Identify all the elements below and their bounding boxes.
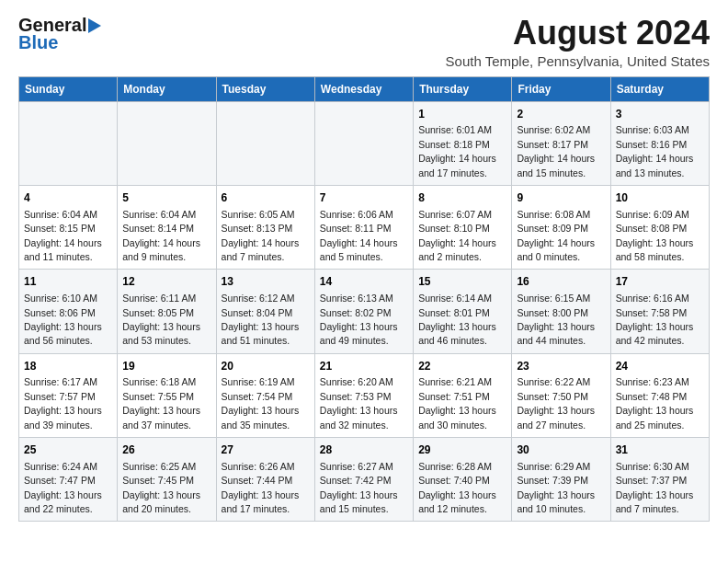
- logo-arrow-icon: [88, 18, 101, 33]
- day-number: 28: [320, 442, 408, 458]
- calendar-cell: 21Sunrise: 6:20 AMSunset: 7:53 PMDayligh…: [314, 353, 413, 437]
- calendar-cell: 14Sunrise: 6:13 AMSunset: 8:02 PMDayligh…: [314, 270, 413, 353]
- day-info: Sunrise: 6:29 AMSunset: 7:39 PMDaylight:…: [517, 461, 595, 514]
- day-number: 31: [616, 442, 704, 458]
- calendar-cell: 6Sunrise: 6:05 AMSunset: 8:13 PMDaylight…: [216, 185, 314, 269]
- day-info: Sunrise: 6:16 AMSunset: 7:58 PMDaylight:…: [616, 293, 694, 346]
- day-number: 24: [616, 359, 704, 374]
- day-info: Sunrise: 6:20 AMSunset: 7:53 PMDaylight:…: [320, 376, 398, 430]
- day-number: 12: [122, 274, 210, 290]
- calendar-cell: 5Sunrise: 6:04 AMSunset: 8:14 PMDaylight…: [118, 185, 216, 269]
- page-title: August 2024: [446, 15, 710, 52]
- day-info: Sunrise: 6:08 AMSunset: 8:09 PMDaylight:…: [517, 209, 595, 262]
- calendar-cell: 26Sunrise: 6:25 AMSunset: 7:45 PMDayligh…: [118, 438, 216, 522]
- day-info: Sunrise: 6:03 AMSunset: 8:16 PMDaylight:…: [616, 124, 694, 178]
- calendar-cell: 11Sunrise: 6:10 AMSunset: 8:06 PMDayligh…: [19, 270, 118, 353]
- calendar-cell: 30Sunrise: 6:29 AMSunset: 7:39 PMDayligh…: [512, 438, 610, 522]
- day-number: 17: [616, 274, 704, 290]
- day-info: Sunrise: 6:05 AMSunset: 8:13 PMDaylight:…: [222, 209, 300, 262]
- day-number: 21: [320, 359, 408, 374]
- day-number: 15: [418, 274, 506, 290]
- calendar-cell: 20Sunrise: 6:19 AMSunset: 7:54 PMDayligh…: [216, 353, 314, 437]
- day-info: Sunrise: 6:18 AMSunset: 7:55 PMDaylight:…: [122, 376, 200, 430]
- day-of-week-header: Saturday: [610, 76, 709, 101]
- calendar-cell: 15Sunrise: 6:14 AMSunset: 8:01 PMDayligh…: [414, 270, 512, 353]
- calendar-week-row: 18Sunrise: 6:17 AMSunset: 7:57 PMDayligh…: [19, 353, 710, 437]
- calendar-table: SundayMondayTuesdayWednesdayThursdayFrid…: [18, 76, 710, 523]
- calendar-cell: 12Sunrise: 6:11 AMSunset: 8:05 PMDayligh…: [118, 270, 216, 353]
- day-number: 25: [24, 442, 112, 458]
- calendar-cell: 25Sunrise: 6:24 AMSunset: 7:47 PMDayligh…: [19, 438, 118, 522]
- calendar-cell: 13Sunrise: 6:12 AMSunset: 8:04 PMDayligh…: [216, 270, 314, 353]
- day-info: Sunrise: 6:30 AMSunset: 7:37 PMDaylight:…: [616, 461, 694, 514]
- day-info: Sunrise: 6:11 AMSunset: 8:05 PMDaylight:…: [122, 293, 200, 346]
- calendar-cell: 8Sunrise: 6:07 AMSunset: 8:10 PMDaylight…: [414, 185, 512, 269]
- logo: General Blue: [18, 15, 101, 53]
- day-info: Sunrise: 6:17 AMSunset: 7:57 PMDaylight:…: [24, 376, 102, 430]
- title-block: August 2024 South Temple, Pennsylvania, …: [446, 15, 710, 69]
- calendar-cell: [19, 101, 118, 185]
- calendar-week-row: 1Sunrise: 6:01 AMSunset: 8:18 PMDaylight…: [19, 101, 710, 185]
- day-number: 5: [122, 190, 210, 206]
- day-number: 8: [418, 190, 506, 206]
- day-number: 11: [24, 274, 112, 290]
- day-info: Sunrise: 6:01 AMSunset: 8:18 PMDaylight:…: [418, 124, 496, 178]
- day-number: 29: [418, 442, 506, 458]
- day-number: 26: [122, 442, 210, 458]
- calendar-cell: [118, 101, 216, 185]
- logo-blue: Blue: [18, 32, 58, 53]
- calendar-cell: 4Sunrise: 6:04 AMSunset: 8:15 PMDaylight…: [19, 185, 118, 269]
- calendar-cell: [216, 101, 314, 185]
- calendar-week-row: 25Sunrise: 6:24 AMSunset: 7:47 PMDayligh…: [19, 438, 710, 522]
- calendar-cell: 31Sunrise: 6:30 AMSunset: 7:37 PMDayligh…: [610, 438, 709, 522]
- day-number: 1: [418, 107, 506, 122]
- day-info: Sunrise: 6:10 AMSunset: 8:06 PMDaylight:…: [24, 293, 102, 346]
- day-info: Sunrise: 6:19 AMSunset: 7:54 PMDaylight:…: [222, 376, 300, 430]
- page-header: General Blue August 2024 South Temple, P…: [18, 15, 710, 69]
- calendar-cell: [314, 101, 413, 185]
- day-number: 16: [517, 274, 605, 290]
- day-info: Sunrise: 6:22 AMSunset: 7:50 PMDaylight:…: [517, 376, 595, 430]
- day-number: 27: [222, 442, 310, 458]
- day-info: Sunrise: 6:02 AMSunset: 8:17 PMDaylight:…: [517, 124, 595, 178]
- day-info: Sunrise: 6:13 AMSunset: 8:02 PMDaylight:…: [320, 293, 398, 346]
- day-info: Sunrise: 6:26 AMSunset: 7:44 PMDaylight:…: [222, 461, 300, 514]
- calendar-cell: 27Sunrise: 6:26 AMSunset: 7:44 PMDayligh…: [216, 438, 314, 522]
- day-info: Sunrise: 6:07 AMSunset: 8:10 PMDaylight:…: [418, 209, 496, 262]
- day-info: Sunrise: 6:24 AMSunset: 7:47 PMDaylight:…: [24, 461, 102, 514]
- day-of-week-header: Friday: [512, 76, 610, 101]
- day-number: 14: [320, 274, 408, 290]
- calendar-cell: 2Sunrise: 6:02 AMSunset: 8:17 PMDaylight…: [512, 101, 610, 185]
- day-info: Sunrise: 6:14 AMSunset: 8:01 PMDaylight:…: [418, 293, 496, 346]
- calendar-cell: 29Sunrise: 6:28 AMSunset: 7:40 PMDayligh…: [414, 438, 512, 522]
- calendar-header-row: SundayMondayTuesdayWednesdayThursdayFrid…: [19, 76, 710, 101]
- day-number: 6: [222, 190, 310, 206]
- day-info: Sunrise: 6:06 AMSunset: 8:11 PMDaylight:…: [320, 209, 398, 262]
- calendar-week-row: 4Sunrise: 6:04 AMSunset: 8:15 PMDaylight…: [19, 185, 710, 269]
- day-number: 20: [222, 359, 310, 374]
- day-number: 3: [616, 107, 704, 122]
- calendar-cell: 17Sunrise: 6:16 AMSunset: 7:58 PMDayligh…: [610, 270, 709, 353]
- calendar-cell: 3Sunrise: 6:03 AMSunset: 8:16 PMDaylight…: [610, 101, 709, 185]
- day-number: 13: [222, 274, 310, 290]
- day-number: 22: [418, 359, 506, 374]
- day-info: Sunrise: 6:21 AMSunset: 7:51 PMDaylight:…: [418, 376, 496, 430]
- page-subtitle: South Temple, Pennsylvania, United State…: [446, 53, 710, 69]
- day-of-week-header: Tuesday: [216, 76, 314, 101]
- day-number: 2: [517, 107, 605, 122]
- day-info: Sunrise: 6:09 AMSunset: 8:08 PMDaylight:…: [616, 209, 694, 262]
- calendar-cell: 16Sunrise: 6:15 AMSunset: 8:00 PMDayligh…: [512, 270, 610, 353]
- day-info: Sunrise: 6:28 AMSunset: 7:40 PMDaylight:…: [418, 461, 496, 514]
- day-info: Sunrise: 6:12 AMSunset: 8:04 PMDaylight:…: [222, 293, 300, 346]
- day-of-week-header: Sunday: [19, 76, 118, 101]
- day-info: Sunrise: 6:15 AMSunset: 8:00 PMDaylight:…: [517, 293, 595, 346]
- day-of-week-header: Thursday: [414, 76, 512, 101]
- day-number: 30: [517, 442, 605, 458]
- day-of-week-header: Wednesday: [314, 76, 413, 101]
- calendar-cell: 1Sunrise: 6:01 AMSunset: 8:18 PMDaylight…: [414, 101, 512, 185]
- page: General Blue August 2024 South Temple, P…: [0, 0, 728, 536]
- calendar-week-row: 11Sunrise: 6:10 AMSunset: 8:06 PMDayligh…: [19, 270, 710, 353]
- calendar-cell: 28Sunrise: 6:27 AMSunset: 7:42 PMDayligh…: [314, 438, 413, 522]
- calendar-cell: 24Sunrise: 6:23 AMSunset: 7:48 PMDayligh…: [610, 353, 709, 437]
- day-number: 4: [24, 190, 112, 206]
